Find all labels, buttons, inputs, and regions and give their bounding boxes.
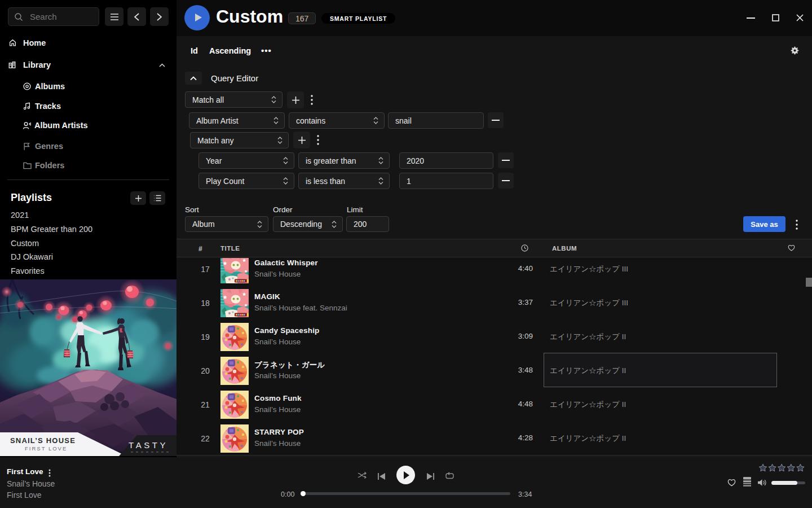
svg-text:TASTY: TASTY xyxy=(129,440,168,450)
svg-text:FIRST LOVE: FIRST LOVE xyxy=(25,445,67,452)
svg-text:SNAIL’S HOUSE: SNAIL’S HOUSE xyxy=(10,436,76,445)
